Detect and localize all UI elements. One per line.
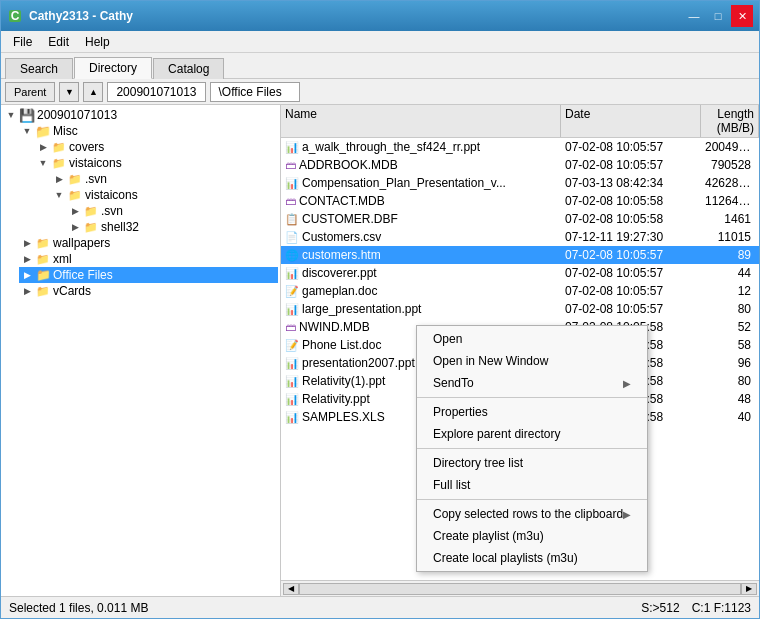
ctx-menu-item[interactable]: Properties [417, 401, 647, 423]
tree-misc-label: Misc [53, 124, 78, 138]
drive-icon: 💾 [19, 108, 35, 122]
tree-svn1[interactable]: ▶ 📁 .svn [51, 171, 278, 187]
tab-bar: Search Directory Catalog [1, 53, 759, 79]
tree-vistaicons[interactable]: ▼ 📁 vistaicons [35, 155, 278, 171]
wallpapers-expand-icon: ▶ [19, 238, 35, 248]
file-name: NWIND.MDB [299, 320, 370, 334]
file-row[interactable]: 🗃 CONTACT.MDB 07-02-08 10:05:58 1126400 [281, 192, 759, 210]
tab-directory[interactable]: Directory [74, 57, 152, 79]
scrollbar-track[interactable] [299, 583, 741, 595]
file-row[interactable]: 📊 Compensation_Plan_Presentation_v... 07… [281, 174, 759, 192]
ctx-item-label: Full list [433, 478, 470, 492]
nav-bar: Parent ▼ ▲ 200901071013 \Office Files [1, 79, 759, 105]
tab-search[interactable]: Search [5, 58, 73, 79]
ctx-menu-item[interactable]: Create playlist (m3u) [417, 525, 647, 547]
file-row[interactable]: 📋 CUSTOMER.DBF 07-02-08 10:05:58 1461 [281, 210, 759, 228]
tree-wallpapers-label: wallpapers [53, 236, 110, 250]
tab-catalog[interactable]: Catalog [153, 58, 224, 79]
tree-shell32[interactable]: ▶ 📁 shell32 [67, 219, 278, 235]
svn1-folder-icon: 📁 [67, 172, 83, 186]
expand-icon: ▼ [3, 110, 19, 120]
tree-svn2[interactable]: ▶ 📁 .svn [67, 203, 278, 219]
ctx-menu-item[interactable]: Create local playlists (m3u) [417, 547, 647, 569]
file-name: discoverer.ppt [302, 266, 377, 280]
file-type-icon: 📊 [285, 411, 299, 424]
menu-file[interactable]: File [5, 33, 40, 51]
file-row[interactable]: 📊 a_walk_through_the_sf424_rr.ppt 07-02-… [281, 138, 759, 156]
horizontal-scrollbar[interactable]: ◀ ▶ [281, 580, 759, 596]
file-date-cell: 07-02-08 10:05:58 [561, 211, 701, 227]
menu-edit[interactable]: Edit [40, 33, 77, 51]
tree-office-files[interactable]: ▶ 📁 Office Files [19, 267, 278, 283]
tree-vistaicons-sub[interactable]: ▼ 📁 vistaicons [51, 187, 278, 203]
file-name: large_presentation.ppt [302, 302, 421, 316]
tree-svn1-label: .svn [85, 172, 107, 186]
scroll-left-btn[interactable]: ◀ [283, 583, 299, 595]
covers-folder-icon: 📁 [51, 140, 67, 154]
col-header-length[interactable]: Length (MB/B) [701, 105, 759, 137]
file-type-icon: 📄 [285, 231, 299, 244]
tree-root[interactable]: ▼ 💾 200901071013 [3, 107, 278, 123]
ctx-menu-item[interactable]: Full list [417, 474, 647, 496]
ctx-item-label: Create playlist (m3u) [433, 529, 544, 543]
file-name: ADDRBOOK.MDB [299, 158, 398, 172]
file-row[interactable]: 🗃 ADDRBOOK.MDB 07-02-08 10:05:57 790528 [281, 156, 759, 174]
file-length-cell: 48 [701, 391, 759, 407]
minimize-button[interactable]: — [683, 5, 705, 27]
status-c: C:1 F:1123 [692, 601, 751, 615]
menu-help[interactable]: Help [77, 33, 118, 51]
file-row[interactable]: 🌐 customers.htm 07-02-08 10:05:57 89 [281, 246, 759, 264]
tree-office-files-label: Office Files [53, 268, 113, 282]
tree-wallpapers[interactable]: ▶ 📁 wallpapers [19, 235, 278, 251]
ctx-item-label: Directory tree list [433, 456, 523, 470]
file-type-icon: 🗃 [285, 159, 296, 171]
file-type-icon: 📊 [285, 357, 299, 370]
scroll-right-btn[interactable]: ▶ [741, 583, 757, 595]
ctx-menu-item[interactable]: SendTo▶ [417, 372, 647, 394]
ctx-menu-item[interactable]: Open [417, 328, 647, 350]
col-header-date[interactable]: Date [561, 105, 701, 137]
file-type-icon: 📊 [285, 393, 299, 406]
maximize-button[interactable]: □ [707, 5, 729, 27]
file-name: a_walk_through_the_sf424_rr.ppt [302, 140, 480, 154]
ctx-separator [417, 499, 647, 500]
title-bar-left: C Cathy2313 - Cathy [7, 8, 133, 24]
forward-button[interactable]: ▲ [83, 82, 103, 102]
tree-xml[interactable]: ▶ 📁 xml [19, 251, 278, 267]
file-row[interactable]: 📊 discoverer.ppt 07-02-08 10:05:57 44 [281, 264, 759, 282]
file-type-icon: 📊 [285, 177, 299, 190]
file-name-cell: 📊 large_presentation.ppt [281, 301, 561, 317]
svn2-expand-icon: ▶ [67, 206, 83, 216]
ctx-item-label: Open in New Window [433, 354, 548, 368]
file-date-cell: 07-02-08 10:05:57 [561, 265, 701, 281]
file-row[interactable]: 📄 Customers.csv 07-12-11 19:27:30 11015 [281, 228, 759, 246]
file-date-cell: 07-02-08 10:05:57 [561, 247, 701, 263]
file-row[interactable]: 📝 gameplan.doc 07-02-08 10:05:57 12 [281, 282, 759, 300]
office-expand-icon: ▶ [19, 270, 35, 280]
ctx-separator [417, 397, 647, 398]
file-date-cell: 07-02-08 10:05:57 [561, 301, 701, 317]
ctx-menu-item[interactable]: Copy selected rows to the clipboard▶ [417, 503, 647, 525]
ctx-menu-item[interactable]: Explore parent directory [417, 423, 647, 445]
shell32-folder-icon: 📁 [83, 220, 99, 234]
file-name: gameplan.doc [302, 284, 377, 298]
ctx-menu-item[interactable]: Directory tree list [417, 452, 647, 474]
file-row[interactable]: 📊 large_presentation.ppt 07-02-08 10:05:… [281, 300, 759, 318]
close-button[interactable]: ✕ [731, 5, 753, 27]
tree-covers[interactable]: ▶ 📁 covers [35, 139, 278, 155]
menu-bar: File Edit Help [1, 31, 759, 53]
file-type-icon: 🗃 [285, 195, 296, 207]
tree-vcards[interactable]: ▶ 📁 vCards [19, 283, 278, 299]
parent-button[interactable]: Parent [5, 82, 55, 102]
ctx-menu-item[interactable]: Open in New Window [417, 350, 647, 372]
file-name-cell: 📄 Customers.csv [281, 229, 561, 245]
file-name: CONTACT.MDB [299, 194, 385, 208]
ctx-item-label: SendTo [433, 376, 474, 390]
file-name-cell: 🗃 CONTACT.MDB [281, 193, 561, 209]
back-button[interactable]: ▼ [59, 82, 79, 102]
file-name: Relativity(1).ppt [302, 374, 385, 388]
file-type-icon: 🗃 [285, 321, 296, 333]
file-name: Compensation_Plan_Presentation_v... [302, 176, 506, 190]
col-header-name[interactable]: Name [281, 105, 561, 137]
tree-misc[interactable]: ▼ 📁 Misc [19, 123, 278, 139]
